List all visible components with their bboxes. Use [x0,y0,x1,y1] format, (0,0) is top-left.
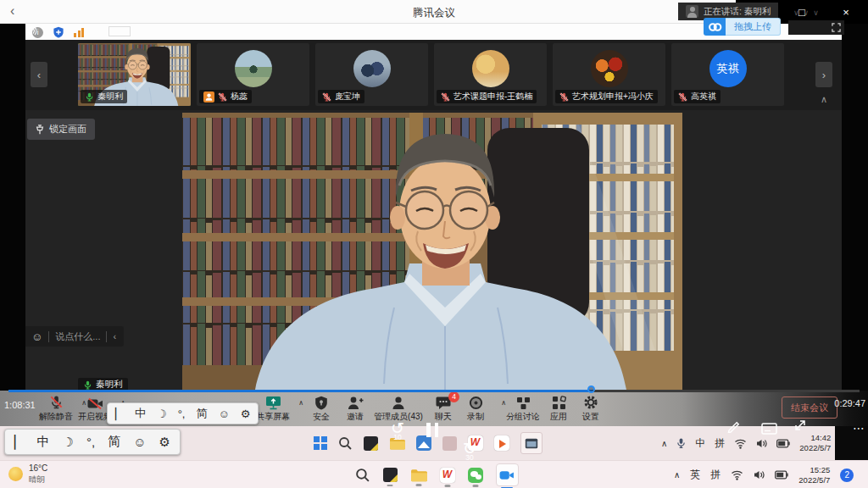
participant-label: 庞宝坤 [318,90,364,103]
ime-item[interactable]: 中 [37,434,50,450]
more-options-icon[interactable]: ⋯ [853,421,865,435]
participant-name: 杨蕊 [231,91,248,103]
ime-item[interactable]: ☽ [157,408,167,420]
remaining-time: 0:29:47 [834,398,865,408]
start-button[interactable] [314,436,327,450]
wifi-icon[interactable] [734,438,747,449]
start-button[interactable] [329,469,342,482]
active-window-icon[interactable] [520,432,542,454]
playback-scrubber[interactable] [0,385,868,396]
tencent-meeting-icon[interactable] [496,463,519,486]
close-button[interactable]: × [843,7,849,18]
ime-mode[interactable]: 拼 [715,436,725,451]
weather-temp: 16°C [29,463,47,473]
gear-icon [564,394,618,410]
ime-item[interactable]: 中 [135,406,146,421]
main-video [182,113,682,390]
participants-next-button[interactable]: › [815,62,832,87]
tooltip-box [108,26,131,36]
end-meeting-button[interactable]: 结束会议 [782,396,837,419]
participants-prev-button[interactable]: ‹ [31,62,47,87]
ime-item[interactable]: ☺ [133,435,146,449]
network-stats-icon[interactable] [74,27,84,37]
network-shield-icon[interactable] [53,26,64,38]
taskbar-tray: ∧ 英 拼 15:252022/5/7 2 [674,461,854,488]
participant-name: 艺术课题申报-王鹤楠 [453,91,532,103]
ime-item[interactable]: ☺ [218,408,229,420]
participant-avatar: 英祺 [709,50,747,87]
rewind-10-button[interactable]: ↺ 10 [388,421,407,441]
notification-badge[interactable]: 2 [840,469,854,482]
tray-expand-icon[interactable]: ∧ [661,439,667,448]
participant-tile[interactable]: 杨蕊 [197,43,309,106]
volume-indicator-icon [25,25,37,36]
inner-clock[interactable]: 14:422022/5/7 [799,433,831,453]
ime-item[interactable]: °, [86,435,95,449]
inactive-app-icon[interactable] [442,436,457,451]
participant-avatar [472,50,509,87]
participant-avatar [353,50,391,87]
sticky-notes-icon[interactable] [383,468,398,482]
wifi-icon[interactable] [731,469,743,480]
participant-name: 高英祺 [691,91,716,103]
pencil-icon[interactable] [726,419,741,433]
participant-tile[interactable]: 艺术规划申报+冯小庆 [553,43,665,106]
participant-avatar [591,50,628,87]
sun-icon [8,467,23,481]
battery-icon[interactable] [775,470,788,480]
ime-item[interactable]: ☽ [63,435,74,450]
expand-arrow-icon[interactable] [793,419,807,432]
ime-toolbar-floating[interactable]: ▏中☽°,简☺⚙ [107,402,259,424]
upload-label: 拖拽上传 [726,18,781,36]
participant-tile[interactable]: 英祺 高英祺 [671,43,784,106]
chat-collapse-icon[interactable]: ‹ [113,331,116,341]
ime-item[interactable]: 简 [108,434,120,450]
pin-view-button[interactable]: 锁定画面 [27,119,95,140]
ime-mode[interactable]: 拼 [710,468,721,482]
participant-name: 艺术规划申报+冯小庆 [572,91,654,103]
pin-label: 锁定画面 [49,123,86,136]
speaker-avatar [686,5,698,18]
weather-widget[interactable]: 16°C晴朗 [8,463,47,485]
participant-tile[interactable]: 秦明利 [78,43,191,106]
ime-item[interactable]: ⚙ [241,408,251,420]
scrub-track[interactable] [8,390,860,392]
tray-mic-icon[interactable] [676,437,686,449]
volume-icon[interactable] [756,438,767,449]
wechat-icon[interactable] [468,468,483,483]
video-player-icon[interactable] [494,435,509,451]
tray-expand-icon[interactable]: ∧ [674,470,680,480]
upload-tooltip[interactable]: 拖拽上传 [704,18,781,36]
screen-draw-icon[interactable] [761,423,777,435]
sticky-notes-icon[interactable] [364,436,378,451]
participant-tile[interactable]: 艺术课题申报-王鹤楠 [434,43,547,106]
ime-language[interactable]: 英 [690,468,700,482]
participant-tile[interactable]: 庞宝坤 [315,43,428,106]
search-icon[interactable] [338,436,353,451]
emoji-icon[interactable]: ☺ [31,331,42,342]
ime-toolbar-taskbar[interactable]: ▏中☽°,简☺⚙ [4,429,181,455]
wps-office-icon[interactable]: W [440,468,455,483]
file-explorer-icon[interactable] [410,469,427,482]
ime-item[interactable]: ▏ [115,408,124,420]
docs-app-icon[interactable] [416,435,431,451]
volume-icon[interactable] [754,469,765,480]
search-icon[interactable] [355,468,370,483]
battery-icon[interactable] [776,439,790,448]
participants-collapse-button[interactable]: ∧ [821,94,827,105]
ime-language[interactable]: 中 [695,436,705,451]
pause-button[interactable] [426,423,438,437]
record-button[interactable]: 录制 ∧ [448,394,503,423]
ime-item[interactable]: ⚙ [159,435,170,450]
forward-30-button[interactable]: ↻ 30 [460,441,479,462]
chat-quick-input[interactable]: ☺ 说点什么... ‹ [24,326,124,347]
view-switcher[interactable] [788,20,844,35]
ime-item[interactable]: °, [178,408,186,420]
taskbar-clock[interactable]: 15:252022/5/7 [798,465,830,485]
participant-tiles: 秦明利 杨蕊 [78,43,784,106]
chat-placeholder[interactable]: 说点什么... [55,330,100,343]
ime-item[interactable]: 简 [196,406,207,421]
ime-item[interactable]: ▏ [14,435,25,450]
scrub-handle[interactable] [587,385,595,393]
settings-button[interactable]: 设置 [564,394,618,423]
